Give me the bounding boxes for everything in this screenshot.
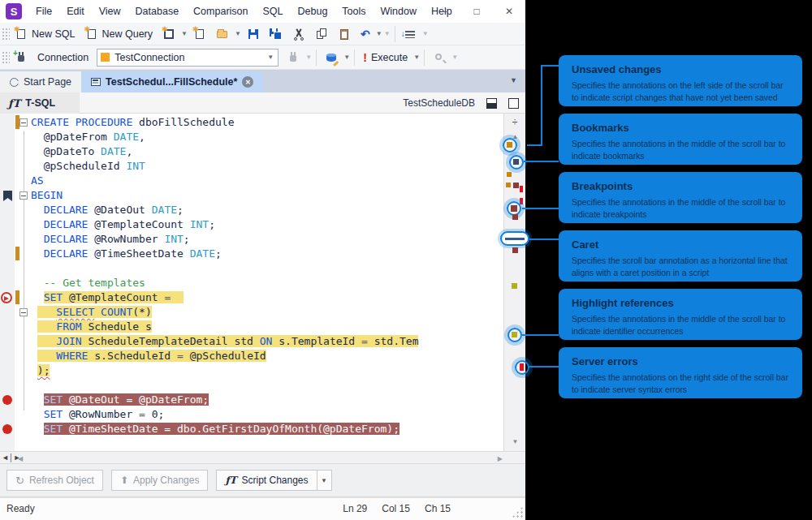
menu-item-edit[interactable]: Edit xyxy=(59,0,92,23)
callout-highlight-references: Highlight referencesSpecifies the annota… xyxy=(559,289,802,340)
connect-dropdown[interactable]: ▼ xyxy=(304,54,313,61)
minimize-button[interactable]: – xyxy=(428,0,460,23)
close-tab-icon[interactable]: ✕ xyxy=(242,76,253,88)
connection-combobox[interactable]: TestConnection ▼ xyxy=(97,49,279,67)
toolbar-grip[interactable] xyxy=(2,28,10,41)
split-layout-icon[interactable] xyxy=(486,98,497,109)
caret-marker[interactable] xyxy=(505,238,525,240)
menu-item-view[interactable]: View xyxy=(92,0,128,23)
code-line-7[interactable]: DECLARE @DateOut DATE; xyxy=(31,203,184,217)
code-line-6[interactable]: BEGIN xyxy=(31,188,63,203)
current-statement-icon[interactable] xyxy=(1,292,12,303)
split-horizontal-handle[interactable]: ◄│► xyxy=(2,453,15,462)
breakpoint-marker[interactable] xyxy=(512,214,518,220)
menu-item-tools[interactable]: Tools xyxy=(335,0,373,23)
script-changes-dropdown[interactable]: ▼ xyxy=(317,470,332,491)
step-button[interactable]: ↓ xyxy=(399,24,421,44)
unsaved-change-marker[interactable] xyxy=(507,172,512,177)
new-sql-window-button[interactable]: ✱ xyxy=(158,24,180,44)
new-connection-button[interactable]: + xyxy=(10,48,32,67)
full-layout-icon[interactable] xyxy=(508,98,519,109)
cut-button[interactable] xyxy=(287,24,310,44)
script-changes-button[interactable]: ƒT Script Changes xyxy=(216,470,317,491)
unsaved-change-marker[interactable] xyxy=(506,183,511,187)
horizontal-scrollbar[interactable]: ◄│► ◀ ▶ xyxy=(0,451,525,464)
code-line-8[interactable]: DECLARE @TemplateCount INT; xyxy=(31,217,215,232)
breakpoint-marker[interactable] xyxy=(512,247,518,253)
annotation-callout-ring xyxy=(503,138,517,153)
execute-dropdown[interactable]: ▼ xyxy=(412,54,421,61)
execute-button[interactable]: ! Execute xyxy=(358,48,412,67)
new-query-button[interactable]: ✱ New Query xyxy=(80,24,158,44)
code-line-5[interactable]: AS xyxy=(31,174,44,188)
paste-button[interactable] xyxy=(333,24,356,44)
undo-dropdown[interactable]: ▼ xyxy=(375,30,383,37)
code-line-15[interactable]: FROM Schedule s xyxy=(31,320,152,334)
code-line-3[interactable]: @pDateTo DATE, xyxy=(31,144,132,159)
server-error-marker[interactable] xyxy=(520,186,523,192)
scroll-left-arrow[interactable]: ◀ xyxy=(18,455,23,462)
breakpoint-icon[interactable] xyxy=(2,395,12,405)
menu-item-debug[interactable]: Debug xyxy=(291,0,335,23)
highlight-reference-marker[interactable] xyxy=(512,283,517,289)
open-file-button[interactable] xyxy=(211,24,234,44)
edit-database-button[interactable] xyxy=(320,48,343,67)
database-dropdown[interactable]: ▼ xyxy=(343,54,351,61)
scroll-down-arrow[interactable]: ▼ xyxy=(504,438,526,445)
code-editor[interactable]: ÷ ▲ ▼ CREATE PROCEDURE dboFillSchedule @… xyxy=(0,114,525,451)
code-line-1[interactable]: CREATE PROCEDURE dboFillSchedule xyxy=(31,115,234,130)
new-file-button[interactable]: ✱ xyxy=(188,24,211,44)
code-line-22[interactable]: SET @TimeSheetDate = dbo.GetFirstDayOfMo… xyxy=(31,422,400,436)
menu-item-sql[interactable]: SQL xyxy=(255,0,290,23)
code-line-16[interactable]: JOIN ScheduleTemplateDetail std ON s.Tem… xyxy=(31,334,418,349)
sql-document-icon xyxy=(91,78,101,86)
step-dropdown[interactable]: ▼ xyxy=(421,30,430,37)
collapse-minus-icon[interactable] xyxy=(19,118,28,127)
query-profiler-dropdown[interactable]: ▼ xyxy=(451,54,459,61)
code-line-10[interactable]: DECLARE @TimeSheetDate DATE; xyxy=(31,247,222,261)
breakpoint-marker[interactable] xyxy=(513,183,519,188)
collapse-minus-icon[interactable] xyxy=(19,308,28,316)
query-profiler-button[interactable] xyxy=(428,48,451,67)
undo-button[interactable]: ↶ xyxy=(356,24,375,44)
toolbar-grip[interactable] xyxy=(2,51,10,64)
code-line-4[interactable]: @pScheduleId INT xyxy=(31,159,145,174)
refresh-object-button[interactable]: ↻ Refresh Object xyxy=(6,470,103,491)
save-button[interactable] xyxy=(242,24,265,44)
menu-item-database[interactable]: Database xyxy=(128,0,187,23)
menu-item-window[interactable]: Window xyxy=(374,0,424,23)
scroll-right-arrow[interactable]: ▶ xyxy=(498,455,503,462)
save-all-button[interactable] xyxy=(265,24,287,44)
menu-item-file[interactable]: File xyxy=(28,0,59,23)
tab-start-page[interactable]: Start Page xyxy=(0,71,81,92)
connect-button[interactable] xyxy=(282,48,304,67)
code-line-9[interactable]: DECLARE @RowNumber INT; xyxy=(31,232,190,247)
tab-fill-schedule[interactable]: TestSchedul...FillSchedule* ✕ xyxy=(81,71,263,92)
redo-dropdown[interactable]: ▼ xyxy=(383,30,391,37)
new-sql-button[interactable]: ✱ New SQL xyxy=(10,24,80,44)
resize-grip[interactable] xyxy=(512,506,523,518)
code-line-13[interactable]: SET @TemplateCount = xyxy=(31,290,184,305)
breakpoint-icon[interactable] xyxy=(2,424,12,434)
menu-item-comparison[interactable]: Comparison xyxy=(186,0,255,23)
tab-tsql[interactable]: ƒT T-SQL xyxy=(0,92,80,114)
apply-changes-button[interactable]: ⬆ Apply Changes xyxy=(111,470,208,491)
server-error-marker[interactable] xyxy=(520,198,523,204)
code-line-17[interactable]: WHERE s.ScheduleId = @pScheduleId xyxy=(31,349,266,363)
open-file-dropdown[interactable]: ▼ xyxy=(234,30,242,37)
code-line-18[interactable]: ); xyxy=(31,363,50,378)
new-query-icon: ✱ xyxy=(85,28,98,41)
maximize-button[interactable]: □ xyxy=(460,0,493,23)
highlighted-statement: FROM Schedule s xyxy=(37,320,152,333)
code-line-20[interactable]: SET @DateOut = @pDateFrom; xyxy=(31,393,209,407)
split-editor-handle[interactable]: ÷ xyxy=(507,117,523,129)
copy-button[interactable] xyxy=(310,24,333,44)
code-line-14[interactable]: SELECT COUNT(*) xyxy=(31,305,152,320)
code-line-21[interactable]: SET @RowNumber = 0; xyxy=(31,407,164,422)
code-line-2[interactable]: @pDateFrom DATE, xyxy=(31,130,145,144)
collapse-minus-icon[interactable] xyxy=(19,191,28,200)
tab-list-dropdown[interactable]: ▼ xyxy=(510,76,517,84)
close-button[interactable]: ✕ xyxy=(493,0,525,23)
code-line-12[interactable]: -- Get templates xyxy=(31,276,145,290)
new-sql-window-dropdown[interactable]: ▼ xyxy=(180,30,188,37)
